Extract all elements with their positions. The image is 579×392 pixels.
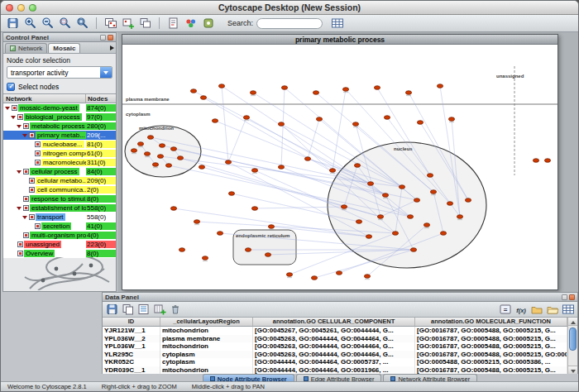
- select-dropdown-arrow-icon[interactable]: [100, 67, 112, 78]
- float-panel-icon[interactable]: [562, 294, 567, 300]
- tab-overflow-arrow-icon[interactable]: [110, 45, 114, 50]
- network-node[interactable]: [278, 122, 284, 127]
- zoom-in-icon[interactable]: [22, 16, 38, 31]
- new-column-icon[interactable]: [152, 303, 166, 316]
- expand-triangle-icon[interactable]: [17, 168, 22, 175]
- annotation-icon[interactable]: [165, 16, 181, 31]
- column-header-1[interactable]: ID: [103, 318, 160, 326]
- plugin-icon[interactable]: [200, 16, 216, 31]
- network-node[interactable]: [212, 119, 218, 123]
- search-input[interactable]: [256, 18, 323, 29]
- tree-row-mosaic-demo-yeast[interactable]: mosaic-demo-yeast874(0): [3, 103, 116, 112]
- network-node[interactable]: [544, 159, 550, 163]
- network-node[interactable]: [190, 89, 196, 93]
- network-node[interactable]: [447, 202, 452, 206]
- network-canvas[interactable]: plasma membranecytoplasmmitochondrionnuc…: [122, 45, 557, 289]
- network-node[interactable]: [414, 198, 419, 203]
- new-network-window-icon[interactable]: [120, 16, 136, 31]
- network-node[interactable]: [194, 220, 199, 224]
- network-node[interactable]: [364, 275, 370, 279]
- network-node[interactable]: [200, 96, 206, 100]
- network-node[interactable]: [268, 225, 274, 229]
- network-node[interactable]: [304, 157, 310, 161]
- network-node[interactable]: [313, 91, 318, 95]
- network-node[interactable]: [465, 198, 471, 203]
- expand-triangle-icon[interactable]: [22, 213, 28, 221]
- tree-row-secretion[interactable]: secretion41(0): [3, 222, 116, 231]
- copy-table-icon[interactable]: [121, 303, 135, 316]
- expand-triangle-icon[interactable]: [22, 131, 28, 139]
- tree-row-cellular-process[interactable]: cellular process84(0): [3, 167, 116, 176]
- tree-row-cellular-metabo[interactable]: cellular metabo...209(0): [3, 176, 116, 185]
- network-node[interactable]: [137, 142, 143, 146]
- duplicate-window-icon[interactable]: [137, 16, 153, 31]
- tree-column-nodes[interactable]: Nodes: [86, 94, 116, 103]
- network-node[interactable]: [399, 185, 404, 189]
- network-node[interactable]: [427, 174, 433, 178]
- tab-network[interactable]: Network: [5, 43, 47, 53]
- network-node[interactable]: [152, 163, 158, 167]
- network-node[interactable]: [218, 84, 224, 88]
- equation-icon[interactable]: =: [498, 303, 512, 316]
- network-node[interactable]: [217, 232, 223, 236]
- network-view-title[interactable]: primary metabolic process: [122, 35, 557, 45]
- column-header-2[interactable]: _cellularLayoutRegion: [160, 318, 253, 326]
- vizmapper-icon[interactable]: [183, 16, 199, 31]
- tree-row-transport[interactable]: transport558(0): [3, 213, 116, 222]
- close-panel-icon[interactable]: [569, 294, 575, 300]
- network-node[interactable]: [131, 149, 136, 153]
- column-header-4[interactable]: annotation.GO MOLECULAR_FUNCTION: [415, 318, 567, 326]
- table-row-YPL036W__2[interactable]: YPL036W__2plasma membrane[GO:0045263, GO…: [103, 335, 577, 343]
- tree-row-primary-metab[interactable]: primary metab...209(...: [3, 131, 116, 140]
- network-node[interactable]: [366, 235, 371, 239]
- network-edge[interactable]: [222, 86, 385, 195]
- network-node[interactable]: [199, 165, 204, 170]
- scrollbar-thumb[interactable]: [569, 327, 577, 351]
- tree-column-network[interactable]: Network: [3, 94, 86, 103]
- network-window-icon[interactable]: [103, 16, 118, 31]
- network-node[interactable]: [533, 159, 538, 163]
- network-node[interactable]: [144, 152, 150, 156]
- tree-row-establishment-of-lo[interactable]: establishment of lo...558(0): [3, 203, 116, 213]
- export-table-icon[interactable]: [105, 303, 119, 316]
- float-panel-icon[interactable]: [100, 35, 106, 41]
- network-node[interactable]: [342, 88, 348, 92]
- table-row-YLR295C[interactable]: YLR295Ccytoplasm[GO:0045263, GO:0044444,…: [103, 351, 577, 359]
- network-node[interactable]: [336, 271, 342, 275]
- network-node[interactable]: [356, 220, 361, 224]
- network-node[interactable]: [157, 155, 163, 159]
- expand-triangle-icon[interactable]: [11, 113, 17, 121]
- network-node[interactable]: [384, 116, 390, 120]
- scroll-down-icon[interactable]: [568, 366, 577, 374]
- table-row-YPL036W__1[interactable]: YPL036W__1mitochondrion[GO:0045263, GO:0…: [103, 342, 577, 351]
- network-node[interactable]: [159, 144, 165, 148]
- tree-row-nitrogen-compo[interactable]: nitrogen compo...61(0): [3, 149, 116, 158]
- tree-row-response-to-stimul[interactable]: response to stimul...8(0): [3, 194, 116, 203]
- network-node[interactable]: [265, 253, 270, 257]
- network-node[interactable]: [316, 117, 322, 122]
- network-node[interactable]: [407, 215, 413, 219]
- network-node[interactable]: [311, 276, 317, 280]
- select-columns-icon[interactable]: [136, 303, 151, 316]
- network-node[interactable]: [225, 160, 231, 165]
- tree-row-macromolecule[interactable]: macromolecule...311(0): [3, 158, 116, 167]
- network-node[interactable]: [341, 205, 347, 209]
- network-edge[interactable]: [253, 93, 402, 187]
- network-node[interactable]: [410, 248, 416, 252]
- tree-row-unassigned[interactable]: unassigned223(0): [3, 240, 116, 249]
- table-row-YDR039C__1[interactable]: YDR039C__1mitochondrion[GO:0044444, GO:0…: [103, 366, 577, 375]
- color-attribute-select[interactable]: transporter activity: [7, 66, 112, 79]
- network-node[interactable]: [382, 194, 388, 198]
- network-node[interactable]: [177, 156, 183, 160]
- close-window-button[interactable]: [6, 4, 13, 12]
- network-node[interactable]: [448, 117, 454, 122]
- network-node[interactable]: [179, 248, 184, 252]
- minimize-window-button[interactable]: [17, 4, 25, 12]
- table-row-YJR121W__1[interactable]: YJR121W__1mitochondrion[GO:0045267, GO:0…: [103, 327, 577, 335]
- tree-row-nucleobase[interactable]: nucleobase...81(0): [3, 140, 116, 149]
- column-header-3[interactable]: annotation.GO CELLULAR_COMPONENT: [253, 318, 415, 326]
- table-scrollbar[interactable]: [567, 318, 577, 374]
- network-node[interactable]: [440, 232, 446, 236]
- network-node[interactable]: [329, 169, 335, 173]
- network-node[interactable]: [147, 136, 153, 140]
